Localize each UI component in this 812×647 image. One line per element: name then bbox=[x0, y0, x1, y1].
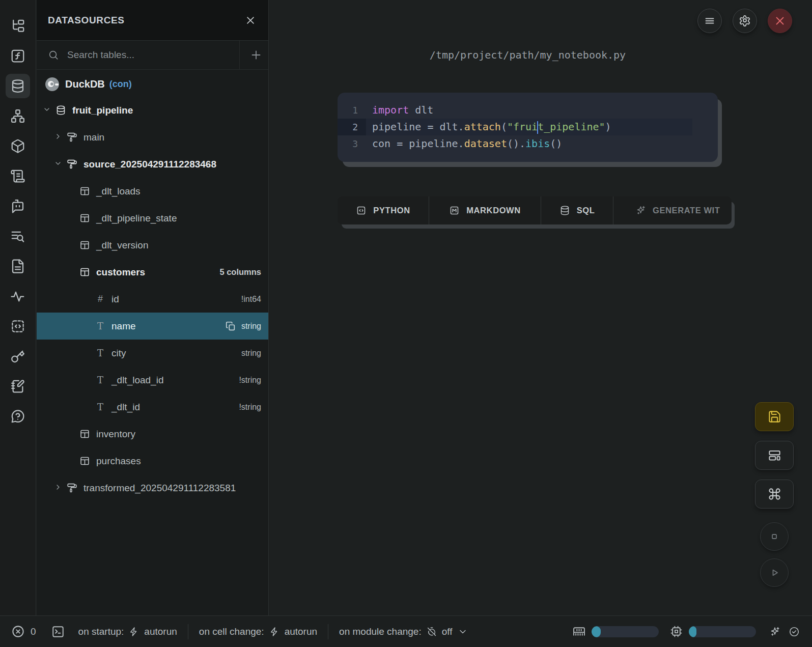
table-icon bbox=[79, 240, 90, 250]
code-line-3[interactable]: 3con = pipeline.dataset().ibis() bbox=[338, 135, 718, 152]
tree-row-_dlt_version[interactable]: _dlt_version bbox=[37, 232, 268, 259]
search-input[interactable] bbox=[66, 49, 239, 61]
add-datasource-button[interactable] bbox=[240, 41, 268, 70]
generate-with-ai-button[interactable]: GENERATE WIT bbox=[613, 196, 732, 224]
save-button[interactable] bbox=[755, 402, 794, 431]
add-sql-cell-button[interactable]: SQL bbox=[541, 196, 613, 224]
tree-row-id[interactable]: #id!int64 bbox=[37, 286, 268, 313]
status-value: autorun bbox=[144, 626, 177, 637]
rail-item-logs-search[interactable] bbox=[6, 224, 30, 248]
rail-item-datasources[interactable] bbox=[6, 74, 30, 98]
layout-button[interactable] bbox=[755, 441, 794, 470]
documentation-icon bbox=[10, 168, 25, 184]
code-text: import dlt bbox=[366, 102, 433, 119]
status-separator bbox=[188, 624, 188, 639]
rail-item-chat[interactable] bbox=[6, 194, 30, 218]
row-badge: 5 columns bbox=[219, 267, 261, 277]
status-separator bbox=[328, 624, 328, 639]
status-on-cell-change[interactable]: on cell change:autorun bbox=[199, 626, 317, 637]
chevron-right-icon[interactable] bbox=[54, 132, 64, 143]
connection-ok-icon[interactable] bbox=[789, 626, 800, 637]
rail-item-snippets-file[interactable] bbox=[6, 254, 30, 278]
tree-connection-duckdb[interactable]: DuckDB(con) bbox=[37, 71, 268, 97]
menu-button[interactable] bbox=[697, 9, 722, 33]
tree-item-label: fruit_pipeline bbox=[72, 105, 133, 116]
chevron-down-icon[interactable] bbox=[54, 159, 64, 170]
rail-item-file-tree[interactable] bbox=[6, 14, 30, 38]
status-label: on startup: bbox=[78, 626, 124, 637]
plus-icon bbox=[250, 49, 262, 61]
line-number: 3 bbox=[338, 135, 366, 152]
table-icon bbox=[79, 213, 90, 223]
status-on-startup[interactable]: on startup:autorun bbox=[78, 626, 177, 637]
chevron-down-icon[interactable] bbox=[43, 105, 53, 116]
tree-row-_dlt_id[interactable]: T_dlt_id!string bbox=[37, 393, 268, 420]
tree-item-label: id bbox=[111, 294, 119, 305]
ai-sparkles-icon[interactable] bbox=[769, 626, 780, 637]
tree-item-label: main bbox=[83, 132, 104, 143]
settings-button[interactable] bbox=[733, 9, 757, 33]
datasource-tree: DuckDB(con)fruit_pipelinemainsource_2025… bbox=[37, 70, 268, 501]
tree-row-source_202504291112283468[interactable]: source_202504291112283468 bbox=[37, 151, 268, 178]
scratchpad-icon bbox=[10, 379, 25, 394]
generate-with-ai-label: GENERATE WIT bbox=[653, 206, 720, 215]
tree-row-transformed_202504291112283581[interactable]: transformed_202504291112283581 bbox=[37, 474, 268, 501]
tree-item-label: _dlt_id bbox=[111, 402, 140, 413]
rail-item-snippets-code[interactable] bbox=[6, 314, 30, 339]
add-markdown-cell-label: MARKDOWN bbox=[466, 206, 521, 215]
tree-item-label: inventory bbox=[96, 429, 135, 440]
tree-row-_dlt_pipeline_state[interactable]: _dlt_pipeline_state bbox=[37, 205, 268, 232]
error-indicator[interactable]: 0 bbox=[11, 625, 36, 638]
rail-item-tracing[interactable] bbox=[6, 284, 30, 308]
tree-row-main[interactable]: main bbox=[37, 124, 268, 151]
chevron-right-icon[interactable] bbox=[54, 483, 64, 494]
tree-row-city[interactable]: Tcitystring bbox=[37, 340, 268, 367]
tree-row-inventory[interactable]: inventory bbox=[37, 420, 268, 447]
snippets-file-icon bbox=[10, 259, 25, 274]
tree-row-_dlt_loads[interactable]: _dlt_loads bbox=[37, 178, 268, 205]
search-icon bbox=[48, 49, 59, 61]
cpu-usage-bar bbox=[689, 626, 756, 637]
add-markdown-cell-button[interactable]: MARKDOWN bbox=[429, 196, 541, 224]
close-panel-icon[interactable] bbox=[245, 15, 256, 26]
close-app-button[interactable] bbox=[768, 9, 792, 33]
row-badge: !string bbox=[239, 376, 261, 385]
tree-row-customers[interactable]: customers5 columns bbox=[37, 259, 268, 286]
numeric-column-icon: # bbox=[95, 294, 105, 304]
schema-icon bbox=[67, 159, 77, 170]
tree-item-label: purchases bbox=[96, 456, 141, 467]
schema-icon bbox=[67, 483, 77, 493]
tree-row-purchases[interactable]: purchases bbox=[37, 447, 268, 474]
rail-item-dependencies[interactable] bbox=[6, 104, 30, 128]
datasources-icon bbox=[10, 78, 25, 94]
connection-alias: (con) bbox=[109, 79, 132, 90]
rail-item-functions[interactable] bbox=[6, 44, 30, 68]
rail-item-documentation[interactable] bbox=[6, 164, 30, 188]
code-line-2[interactable]: 2pipeline = dlt.attach("fruit_pipeline") bbox=[338, 119, 718, 135]
functions-icon bbox=[10, 48, 25, 64]
tree-item-label: transformed_202504291112283581 bbox=[83, 483, 236, 494]
text-column-icon: T bbox=[95, 321, 105, 331]
rail-item-secrets[interactable] bbox=[6, 344, 30, 369]
run-button[interactable] bbox=[760, 558, 789, 587]
tree-item-label: city bbox=[111, 348, 126, 359]
code-cell[interactable]: 1import dlt2pipeline = dlt.attach("fruit… bbox=[338, 93, 718, 162]
dropdown-chevron-icon[interactable] bbox=[458, 627, 468, 637]
tree-row-name[interactable]: Tnamestring bbox=[37, 313, 268, 340]
rail-item-packages[interactable] bbox=[6, 134, 30, 158]
chat-icon bbox=[10, 199, 25, 214]
tree-row-fruit_pipeline[interactable]: fruit_pipeline bbox=[37, 97, 268, 124]
terminal-icon[interactable] bbox=[51, 625, 65, 638]
rail-item-scratchpad[interactable] bbox=[6, 374, 30, 399]
copy-icon[interactable] bbox=[225, 321, 236, 332]
row-badge: string bbox=[241, 322, 261, 331]
status-on-module-change[interactable]: on module change:off bbox=[339, 626, 467, 637]
add-python-cell-button[interactable]: PYTHON bbox=[338, 196, 429, 224]
tree-row-_dlt_load_id[interactable]: T_dlt_load_id!string bbox=[37, 367, 268, 393]
code-line-1[interactable]: 1import dlt bbox=[338, 102, 718, 119]
stop-button[interactable] bbox=[760, 522, 789, 551]
table-icon bbox=[79, 456, 90, 466]
command-palette-button[interactable] bbox=[755, 480, 794, 509]
add-sql-cell-icon bbox=[559, 205, 570, 216]
rail-item-help[interactable] bbox=[6, 404, 30, 429]
